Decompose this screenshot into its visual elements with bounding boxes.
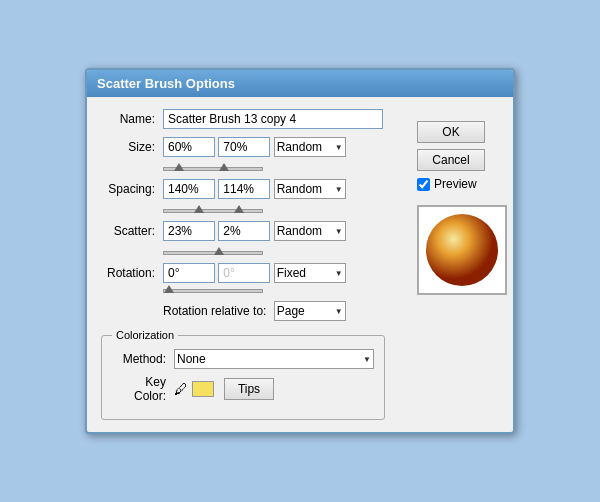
spacing-input1[interactable]	[163, 179, 215, 199]
size-label: Size:	[101, 140, 163, 154]
tips-button[interactable]: Tips	[224, 378, 274, 400]
spacing-method-select[interactable]: Random Fixed Pressure	[274, 179, 346, 199]
spacing-method-wrapper: Random Fixed Pressure	[274, 179, 346, 199]
size-input1[interactable]	[163, 137, 215, 157]
colorization-legend: Colorization	[112, 329, 178, 341]
key-color-swatch[interactable]	[192, 381, 214, 397]
rotation-label: Rotation:	[101, 266, 163, 280]
ok-button[interactable]: OK	[417, 121, 485, 143]
preview-box	[417, 205, 507, 295]
size-method-wrapper: Random Fixed Pressure	[274, 137, 346, 157]
spacing-input2[interactable]	[218, 179, 270, 199]
rotation-relative-label: Rotation relative to:	[101, 304, 266, 318]
rotation-method-select[interactable]: Fixed Random	[274, 263, 346, 283]
rotation-input1[interactable]	[163, 263, 215, 283]
scatter-input2[interactable]	[218, 221, 270, 241]
svg-point-0	[426, 214, 498, 286]
scatter-label: Scatter:	[101, 224, 163, 238]
scatter-slider-track[interactable]	[163, 251, 263, 255]
preview-checkbox[interactable]	[417, 178, 430, 191]
rotation-input2[interactable]	[218, 263, 270, 283]
colorization-method-wrapper: None Tints Tints and Shades Hue Shift	[174, 349, 374, 369]
preview-row: Preview	[417, 177, 485, 191]
size-slider-track[interactable]	[163, 167, 263, 171]
rotation-slider-track[interactable]	[163, 289, 263, 293]
size-slider-handle-left[interactable]	[174, 163, 184, 171]
spacing-slider-track[interactable]	[163, 209, 263, 213]
size-input2[interactable]	[218, 137, 270, 157]
name-label: Name:	[101, 112, 163, 126]
name-input[interactable]	[163, 109, 383, 129]
scatter-input1[interactable]	[163, 221, 215, 241]
spacing-slider-handle-left[interactable]	[194, 205, 204, 213]
scatter-slider-handle[interactable]	[214, 247, 224, 255]
method-row: Method: None Tints Tints and Shades Hue …	[112, 349, 374, 369]
method-label: Method:	[112, 352, 174, 366]
spacing-label: Spacing:	[101, 182, 163, 196]
buttons-column: OK Cancel Preview	[417, 121, 485, 295]
rotation-relative-wrapper: Page Path	[274, 301, 346, 321]
key-color-label: Key Color:	[112, 375, 174, 403]
cancel-button[interactable]: Cancel	[417, 149, 485, 171]
scatter-method-select[interactable]: Random Fixed Pressure	[274, 221, 346, 241]
rotation-method-wrapper: Fixed Random	[274, 263, 346, 283]
rotation-relative-row: Rotation relative to: Page Path	[101, 301, 499, 321]
size-method-select[interactable]: Random Fixed Pressure	[274, 137, 346, 157]
scatter-method-wrapper: Random Fixed Pressure	[274, 221, 346, 241]
preview-label: Preview	[434, 177, 477, 191]
key-color-row: Key Color: 🖊 Tips	[112, 375, 374, 403]
rotation-slider-handle[interactable]	[164, 285, 174, 293]
spacing-slider-handle-right[interactable]	[234, 205, 244, 213]
size-slider-handle-right[interactable]	[219, 163, 229, 171]
eyedropper-icon[interactable]: 🖊	[174, 381, 188, 397]
rotation-relative-select[interactable]: Page Path	[274, 301, 346, 321]
dialog-title: Scatter Brush Options	[97, 76, 235, 91]
colorization-group: Colorization Method: None Tints Tints an…	[101, 329, 385, 420]
dialog-titlebar: Scatter Brush Options	[87, 70, 513, 97]
scatter-brush-dialog: Scatter Brush Options OK Cancel Preview	[85, 68, 515, 434]
colorization-method-select[interactable]: None Tints Tints and Shades Hue Shift	[174, 349, 374, 369]
dialog-content: OK Cancel Preview	[101, 109, 499, 420]
